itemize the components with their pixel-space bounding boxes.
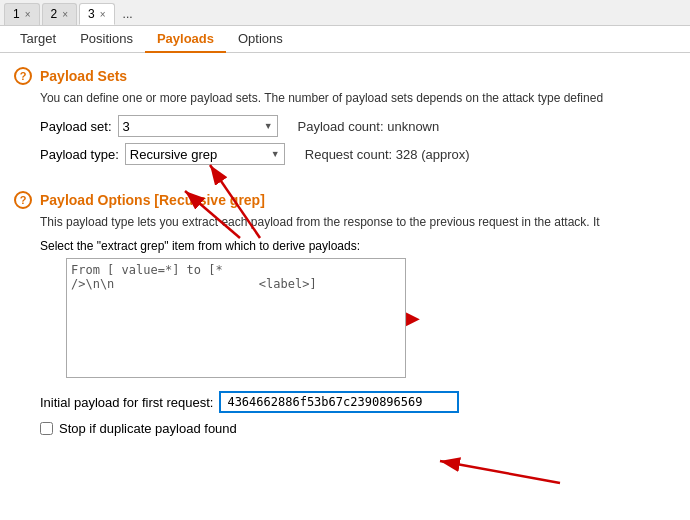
initial-payload-label: Initial payload for first request: <box>40 395 213 410</box>
stop-duplicate-checkbox[interactable] <box>40 422 53 435</box>
tab-more[interactable]: ... <box>117 5 139 23</box>
payload-type-select[interactable]: Recursive grep <box>125 143 285 165</box>
payload-sets-title: Payload Sets <box>40 68 127 84</box>
payload-type-select-wrapper: Recursive grep <box>125 143 285 165</box>
payload-set-label: Payload set: <box>40 119 112 134</box>
payload-options-header: ? Payload Options [Recursive grep] <box>14 191 676 209</box>
payload-set-row: Payload set: 3 Payload count: unknown <box>40 115 676 137</box>
nav-tab-positions[interactable]: Positions <box>68 26 145 53</box>
payload-options-title: Payload Options [Recursive grep] <box>40 192 265 208</box>
initial-payload-input[interactable] <box>219 391 459 413</box>
initial-payload-row: Initial payload for first request: <box>40 391 676 413</box>
tab-2-label: 2 <box>51 7 58 21</box>
stop-duplicate-label: Stop if duplicate payload found <box>59 421 237 436</box>
grep-box[interactable]: From [ value=*] to [* />\n\n <label>] <box>66 258 406 378</box>
grep-right-arrow-indicator: ▶ <box>406 307 420 329</box>
tab-1-close[interactable]: × <box>25 9 31 20</box>
payload-type-label: Payload type: <box>40 147 119 162</box>
tab-2-close[interactable]: × <box>62 9 68 20</box>
tab-2[interactable]: 2 × <box>42 3 78 25</box>
tab-3[interactable]: 3 × <box>79 3 115 25</box>
payload-options-help-icon[interactable]: ? <box>14 191 32 209</box>
main-content: ? Payload Sets You can define one or mor… <box>0 53 690 517</box>
nav-tab-payloads[interactable]: Payloads <box>145 26 226 53</box>
payload-count-info: Payload count: unknown <box>298 119 440 134</box>
payload-options-description: This payload type lets you extract each … <box>40 215 676 229</box>
tab-3-label: 3 <box>88 7 95 21</box>
grep-box-container: From [ value=*] to [* />\n\n <label>] ▶ <box>40 258 406 378</box>
request-count-info: Request count: 328 (approx) <box>305 147 470 162</box>
svg-line-3 <box>440 461 560 483</box>
payload-sets-header: ? Payload Sets <box>14 67 676 85</box>
tab-3-close[interactable]: × <box>100 9 106 20</box>
payload-set-select-wrapper: 3 <box>118 115 278 137</box>
payload-type-row: Payload type: Recursive grep Request cou… <box>40 143 676 165</box>
nav-tabs: Target Positions Payloads Options <box>0 26 690 53</box>
grep-box-content: From [ value=*] to [* />\n\n <label>] <box>71 263 317 291</box>
tab-1[interactable]: 1 × <box>4 3 40 25</box>
tab-1-label: 1 <box>13 7 20 21</box>
payload-sets-help-icon[interactable]: ? <box>14 67 32 85</box>
payload-sets-description: You can define one or more payload sets.… <box>40 91 676 105</box>
payload-set-select[interactable]: 3 <box>118 115 278 137</box>
app-window: 1 × 2 × 3 × ... Target Positions Payload… <box>0 0 690 517</box>
grep-select-label: Select the "extract grep" item from whic… <box>40 239 676 253</box>
tab-bar: 1 × 2 × 3 × ... <box>0 0 690 26</box>
nav-tab-target[interactable]: Target <box>8 26 68 53</box>
section-divider-1 <box>14 173 676 183</box>
stop-duplicate-row: Stop if duplicate payload found <box>40 421 676 436</box>
nav-tab-options[interactable]: Options <box>226 26 295 53</box>
